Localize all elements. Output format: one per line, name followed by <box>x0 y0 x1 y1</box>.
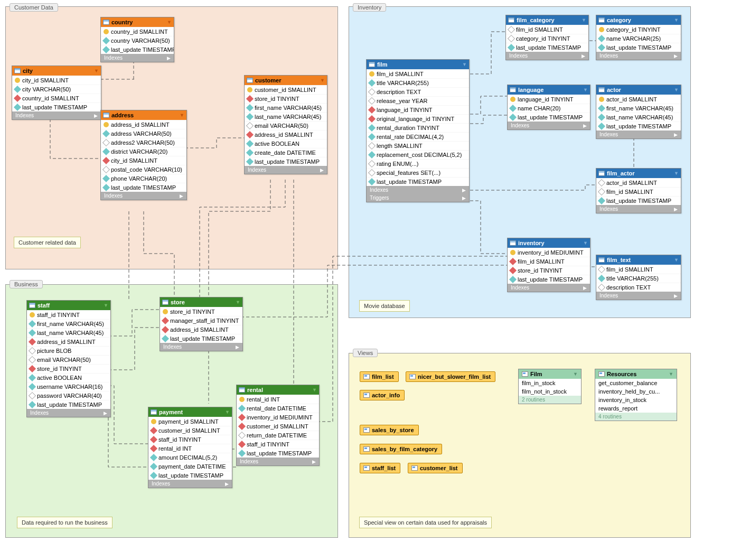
view-film-list[interactable]: film_list <box>360 371 399 382</box>
column-row[interactable]: address_id SMALLINT <box>245 130 327 139</box>
column-row[interactable]: replacement_cost DECIMAL(5,2) <box>367 150 469 159</box>
table-header[interactable]: inventory▼ <box>508 238 590 248</box>
table-city[interactable]: city▼ city_id SMALLINTcity VARCHAR(50)co… <box>12 66 101 120</box>
column-row[interactable]: amount DECIMAL(5,2) <box>148 453 232 462</box>
table-header[interactable]: category▼ <box>596 15 681 25</box>
column-row[interactable]: last_name VARCHAR(45) <box>245 112 327 121</box>
table-header[interactable]: film_category▼ <box>506 15 588 25</box>
table-header[interactable]: actor▼ <box>596 85 681 95</box>
column-row[interactable]: last_update TIMESTAMP <box>101 183 186 192</box>
column-row[interactable]: email VARCHAR(50) <box>27 355 110 364</box>
view-nicer-film-list[interactable]: nicer_but_slower_film_list <box>406 371 495 382</box>
column-row[interactable]: last_name VARCHAR(45) <box>596 113 681 122</box>
table-film[interactable]: film▼ film_id SMALLINTtitle VARCHAR(255)… <box>366 59 470 202</box>
column-row[interactable]: rental_date DATETIME <box>237 404 319 413</box>
column-row[interactable]: last_update TIMESTAMP <box>596 43 681 52</box>
column-row[interactable]: return_date DATETIME <box>237 431 319 440</box>
column-row[interactable]: city_id SMALLINT <box>12 76 101 85</box>
column-row[interactable]: last_update TIMESTAMP <box>148 471 232 480</box>
column-row[interactable]: title VARCHAR(255) <box>596 274 681 283</box>
routine-item[interactable]: film_in_stock <box>519 379 581 387</box>
indexes-section[interactable]: Indexes▶ <box>596 292 681 300</box>
indexes-section[interactable]: Indexes▶ <box>508 284 590 292</box>
view-actor-info[interactable]: actor_info <box>360 390 405 400</box>
routine-item[interactable]: inventory_held_by_cu... <box>595 387 677 396</box>
column-row[interactable]: description TEXT <box>367 87 469 96</box>
column-row[interactable]: first_name VARCHAR(45) <box>27 319 110 328</box>
routine-item[interactable]: rewards_report <box>595 404 677 413</box>
table-staff[interactable]: staff▼ staff_id TINYINTfirst_name VARCHA… <box>26 300 111 417</box>
routine-item[interactable]: get_customer_balance <box>595 379 677 387</box>
table-header[interactable]: language▼ <box>508 85 590 95</box>
view-staff-list[interactable]: staff_list <box>360 463 400 473</box>
column-row[interactable]: customer_id SMALLINT <box>237 422 319 431</box>
column-row[interactable]: address_id SMALLINT <box>27 337 110 346</box>
menu-arrow-icon[interactable]: ▼ <box>582 17 586 23</box>
column-row[interactable]: inventory_id MEDIUMINT <box>237 413 319 422</box>
indexes-section[interactable]: Indexes▶ <box>101 54 174 62</box>
column-row[interactable]: first_name VARCHAR(45) <box>596 104 681 113</box>
table-header[interactable]: customer▼ <box>245 76 327 85</box>
table-customer[interactable]: customer▼ customer_id SMALLINTstore_id T… <box>244 75 327 174</box>
column-row[interactable]: rental_id INT <box>148 444 232 453</box>
table-header[interactable]: film▼ <box>367 60 469 69</box>
column-row[interactable]: store_id TINYINT <box>245 94 327 103</box>
menu-arrow-icon[interactable]: ▼ <box>674 257 679 263</box>
column-row[interactable]: original_language_id TINYINT <box>367 114 469 123</box>
column-row[interactable]: rental_id INT <box>237 395 319 404</box>
column-row[interactable]: email VARCHAR(50) <box>245 121 327 130</box>
table-header[interactable]: film_actor▼ <box>596 169 681 178</box>
column-row[interactable]: active BOOLEAN <box>245 139 327 148</box>
table-header[interactable]: rental▼ <box>237 385 319 395</box>
menu-arrow-icon[interactable]: ▼ <box>674 87 679 92</box>
column-row[interactable]: store_id TINYINT <box>508 266 590 275</box>
column-row[interactable]: rating ENUM(...) <box>367 159 469 168</box>
column-row[interactable]: description TEXT <box>596 283 681 292</box>
column-row[interactable]: length SMALLINT <box>367 141 469 150</box>
table-actor[interactable]: actor▼ actor_id SMALLINTfirst_name VARCH… <box>596 85 681 139</box>
column-row[interactable]: city_id SMALLINT <box>101 156 186 165</box>
indexes-section[interactable]: Indexes▶ <box>596 52 681 60</box>
menu-arrow-icon[interactable]: ▼ <box>573 371 578 377</box>
indexes-section[interactable]: Indexes▶ <box>596 130 681 138</box>
column-row[interactable]: country_id SMALLINT <box>101 27 174 36</box>
menu-arrow-icon[interactable]: ▼ <box>180 113 184 118</box>
column-row[interactable]: film_id SMALLINT <box>596 187 681 196</box>
table-film-category[interactable]: film_category▼ film_id SMALLINTcategory_… <box>505 15 589 60</box>
column-row[interactable]: address2 VARCHAR(50) <box>101 138 186 147</box>
column-row[interactable]: last_update TIMESTAMP <box>27 400 110 409</box>
column-row[interactable]: category_id TINYINT <box>596 25 681 34</box>
column-row[interactable]: release_year YEAR <box>367 96 469 105</box>
routine-item[interactable]: inventory_in_stock <box>595 396 677 404</box>
column-row[interactable]: customer_id SMALLINT <box>245 85 327 94</box>
column-row[interactable]: store_id TINYINT <box>160 307 242 316</box>
column-row[interactable]: last_update TIMESTAMP <box>245 157 327 166</box>
column-row[interactable]: city VARCHAR(50) <box>12 85 101 94</box>
table-category[interactable]: category▼ category_id TINYINTname VARCHA… <box>596 15 681 60</box>
column-row[interactable]: staff_id TINYINT <box>148 435 232 444</box>
column-row[interactable]: language_id TINYINT <box>508 95 590 104</box>
indexes-section[interactable]: Indexes▶ <box>12 111 101 119</box>
indexes-section[interactable]: Indexes▶ <box>596 205 681 213</box>
indexes-section[interactable]: Indexes▶ <box>245 166 327 174</box>
table-store[interactable]: store▼ store_id TINYINTmanager_staff_id … <box>160 297 243 351</box>
column-row[interactable]: username VARCHAR(16) <box>27 382 110 391</box>
table-address[interactable]: address▼ address_id SMALLINTaddress VARC… <box>100 110 187 200</box>
table-header[interactable]: address▼ <box>101 110 186 120</box>
menu-arrow-icon[interactable]: ▼ <box>583 240 588 246</box>
column-row[interactable]: address_id SMALLINT <box>160 325 242 334</box>
column-row[interactable]: last_update TIMESTAMP <box>508 113 590 122</box>
menu-arrow-icon[interactable]: ▼ <box>94 68 99 73</box>
column-row[interactable]: last_update TIMESTAMP <box>367 177 469 186</box>
menu-arrow-icon[interactable]: ▼ <box>312 387 317 393</box>
table-language[interactable]: language▼ language_id TINYINTname CHAR(2… <box>507 85 590 130</box>
column-row[interactable]: last_name VARCHAR(45) <box>27 328 110 337</box>
table-rental[interactable]: rental▼ rental_id INTrental_date DATETIM… <box>236 385 320 466</box>
view-sales-by-store[interactable]: sales_by_store <box>360 425 419 435</box>
column-row[interactable]: password VARCHAR(40) <box>27 391 110 400</box>
column-row[interactable]: rental_duration TINYINT <box>367 123 469 132</box>
menu-arrow-icon[interactable]: ▼ <box>674 171 679 176</box>
routine-group-resources[interactable]: Resources▼ get_customer_balance inventor… <box>595 369 677 421</box>
column-row[interactable]: last_update TIMESTAMP <box>596 196 681 205</box>
column-row[interactable]: film_id SMALLINT <box>367 69 469 78</box>
